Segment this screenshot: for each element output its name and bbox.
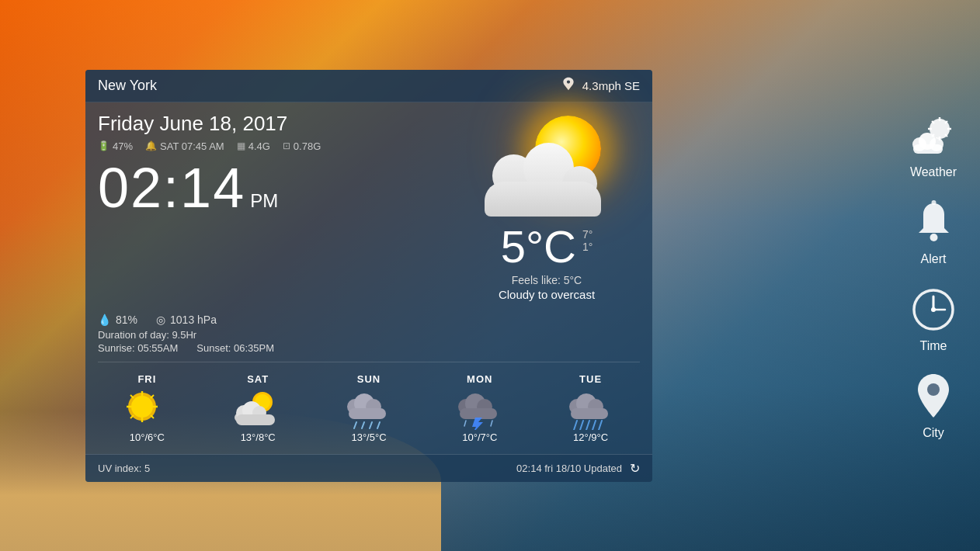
widget-top: Friday June 18, 2017 🔋 47% 🔔 SAT 07:45 A… [85,102,652,307]
forecast-day-mon: MON 10°/7°C [424,370,535,446]
condition-text: Cloudy to overcast [499,288,595,301]
forecast-fri-temp: 10°/6°C [130,431,165,443]
humidity-value: 81% [116,314,137,326]
humidity-icon: 💧 [98,314,111,326]
top-right: 5°C 7° 1° Feels like: 5°C Cloudy to over… [454,112,640,301]
top-left: Friday June 18, 2017 🔋 47% 🔔 SAT 07:45 A… [98,112,454,301]
svg-line-21 [354,422,356,428]
forecast-day-tue: TUE 12°/9 [535,370,646,446]
date-display: Friday June 18, 2017 [98,112,454,136]
wind-speed: 4.3mph SE [582,79,640,92]
svg-point-1 [131,396,153,418]
temp-main-row: 5°C 7° 1° [501,220,593,272]
forecast-tue-temp: 12°/9°C [573,431,608,443]
forecast-sun-temp: 13°/5°C [351,431,386,443]
svg-rect-20 [349,408,386,419]
refresh-icon[interactable]: ↻ [630,461,640,476]
storage1-icon: ▦ [237,140,245,151]
svg-line-22 [362,422,364,428]
forecast-fri-icon [122,390,172,427]
storage2-value: 0.78G [294,140,321,152]
sidebar-item-city[interactable]: City [902,366,964,446]
svg-rect-16 [236,414,275,425]
forecast-sun-icon [344,390,394,427]
alarm-value: SAT 07:45 AM [160,140,224,152]
forecast-day-sat: SAT 13°/8°C [203,370,314,446]
svg-line-37 [580,421,583,430]
day-info: Duration of day: 9.5Hr [98,329,640,341]
feels-like: Feels like: 5°C [512,274,582,286]
time-label: Time [920,339,947,353]
svg-point-55 [931,200,936,205]
forecast-tue-icon [566,390,616,427]
sidebar-item-alert[interactable]: Alert [902,192,964,272]
time-display: 02:14 PM [98,160,454,216]
forecast-section: FRI 10°/6 [85,362,652,454]
forecast-sun-label: SUN [357,373,381,385]
svg-line-38 [586,421,589,430]
forecast-sat-label: SAT [247,373,269,385]
updated-text: 02:14 fri 18/10 Updated [516,463,622,474]
time-icon [909,285,958,334]
wind-info: 4.3mph SE [561,76,640,95]
time-ampm: PM [250,190,278,212]
sun-info: Sunrise: 05:55AM Sunset: 06:35PM [98,342,640,354]
city-icon [909,372,958,421]
weather-label: Weather [910,165,957,179]
weather-icon [909,111,958,161]
wind-icon [561,76,576,95]
storage1-status: ▦ 4.4G [237,140,270,152]
temp-high: 7° [582,228,593,241]
temp-current: 5°C [501,220,576,272]
svg-line-40 [599,421,602,430]
forecast-tue-label: TUE [579,373,602,385]
forecast-day-sun: SUN 13°/5°C [314,370,425,446]
city-name: New York [98,78,157,94]
time-hours: 02:14 [98,160,245,216]
pressure-item: ◎ 1013 hPa [156,314,217,326]
main-weather-icon [477,112,617,220]
svg-line-9 [130,415,134,418]
storage1-value: 4.4G [248,140,270,152]
sidebar-item-weather[interactable]: Weather [902,105,964,185]
svg-line-24 [377,422,380,428]
svg-rect-35 [571,408,608,419]
alert-label: Alert [921,252,947,266]
sunset-info: Sunset: 06:35PM [196,342,274,354]
storage2-status: ⊡ 0.78G [283,140,321,152]
city-label: City [923,426,944,440]
pressure-icon: ◎ [156,314,165,326]
svg-line-36 [574,421,577,430]
svg-line-39 [593,421,596,430]
alert-icon [909,198,958,248]
uv-index: UV index: 5 [98,463,150,474]
battery-icon: 🔋 [98,140,109,151]
svg-line-8 [151,395,154,398]
pressure-value: 1013 hPa [170,314,217,326]
svg-rect-28 [460,408,497,419]
widget-middle: 💧 81% ◎ 1013 hPa Duration of day: 9.5Hr … [85,307,652,362]
forecast-day-fri: FRI 10°/6 [92,370,203,446]
widget-header: New York 4.3mph SE [85,70,652,102]
storage2-icon: ⊡ [283,140,290,151]
cloud-icon [477,154,601,217]
widget-footer: UV index: 5 02:14 fri 18/10 Updated ↻ [85,454,652,482]
weather-widget: New York 4.3mph SE Friday June 18, 2017 … [85,70,652,482]
sunrise-info: Sunrise: 05:55AM [98,342,178,354]
forecast-sat-icon [233,390,283,427]
temp-low: 1° [582,241,593,253]
sidebar-item-time[interactable]: Time [902,279,964,359]
forecast-mon-temp: 10°/7°C [462,431,497,443]
temp-section: 5°C 7° 1° Feels like: 5°C Cloudy to over… [499,220,595,301]
battery-value: 47% [113,140,133,152]
forecast-mon-icon [455,390,505,427]
svg-line-6 [130,395,134,398]
humidity-pressure: 💧 81% ◎ 1013 hPa [98,314,640,326]
svg-marker-29 [472,418,483,430]
update-info: 02:14 fri 18/10 Updated ↻ [516,461,640,476]
humidity-item: 💧 81% [98,314,137,326]
status-row: 🔋 47% 🔔 SAT 07:45 AM ▦ 4.4G ⊡ 0.78G [98,140,454,152]
forecast-sat-temp: 13°/8°C [241,431,276,443]
svg-line-31 [491,421,492,426]
svg-rect-53 [913,144,943,154]
